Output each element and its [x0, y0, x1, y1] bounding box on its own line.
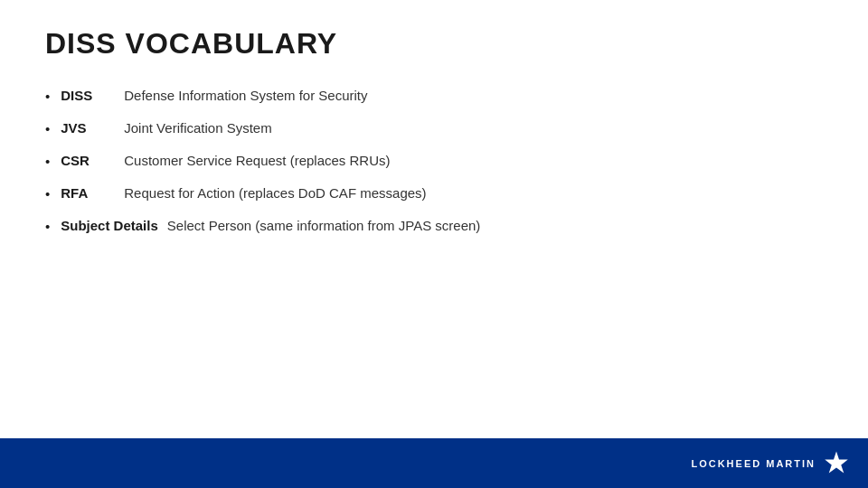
- lockheed-martin-logo: LOCKHEED MARTIN: [691, 450, 850, 477]
- vocab-item: •DISSDefense Information System for Secu…: [45, 88, 823, 104]
- bullet-icon: •: [45, 121, 50, 136]
- vocab-term: DISS: [61, 88, 115, 103]
- vocab-term: Subject Details: [61, 218, 158, 233]
- vocab-definition: Defense Information System for Security: [124, 88, 367, 103]
- lockheed-star-icon: [823, 450, 850, 477]
- vocab-item: •RFARequest for Action (replaces DoD CAF…: [45, 185, 823, 202]
- bullet-icon: •: [45, 219, 50, 234]
- vocabulary-list: •DISSDefense Information System for Secu…: [45, 88, 823, 234]
- vocab-definition: Request for Action (replaces DoD CAF mes…: [124, 185, 426, 201]
- vocab-term: JVS: [61, 120, 115, 136]
- bullet-icon: •: [45, 154, 50, 169]
- logo-text: LOCKHEED MARTIN: [691, 458, 816, 469]
- main-content: DISS VOCABULARY •DISSDefense Information…: [0, 0, 868, 268]
- bullet-icon: •: [45, 186, 50, 202]
- vocab-item: •CSRCustomer Service Request (replaces R…: [45, 153, 823, 169]
- vocab-definition: Customer Service Request (replaces RRUs): [124, 153, 390, 168]
- footer: LOCKHEED MARTIN: [0, 438, 868, 488]
- vocab-term: CSR: [61, 153, 115, 168]
- svg-marker-0: [825, 451, 848, 473]
- page-title: DISS VOCABULARY: [45, 27, 823, 61]
- vocab-definition: Joint Verification System: [124, 120, 271, 136]
- vocab-item: •JVSJoint Verification System: [45, 120, 823, 136]
- vocab-item: •Subject DetailsSelect Person (same info…: [45, 218, 823, 234]
- vocab-definition: Select Person (same information from JPA…: [167, 218, 481, 233]
- vocab-term: RFA: [61, 185, 115, 201]
- bullet-icon: •: [45, 89, 50, 104]
